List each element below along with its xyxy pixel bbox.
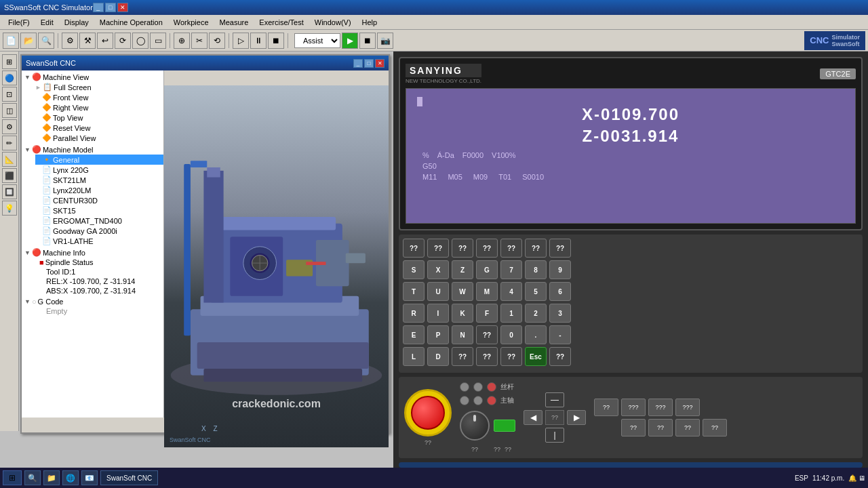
key-fn-r6d[interactable]: ?? [549, 347, 571, 366]
jog-center[interactable]: ?? [545, 410, 564, 425]
key-2[interactable]: 2 [525, 304, 547, 323]
tree-spindle-status[interactable]: ■ Spindle Status [35, 258, 163, 267]
key-fn7[interactable]: ?? [549, 239, 571, 258]
tree-skt15[interactable]: 📄 SKT15 [35, 205, 163, 216]
tree-ergomat[interactable]: 📄 ERGOMAT_TND400 [35, 216, 163, 226]
key-fn-r6b[interactable]: ?? [476, 347, 498, 366]
tb-btn7[interactable]: ⊕ [174, 33, 190, 49]
side-icon-1[interactable]: ⊞ [2, 54, 17, 69]
tb-camera[interactable]: 📷 [377, 33, 393, 49]
jog-minus-button[interactable]: — [545, 392, 564, 407]
tree-parallel-view[interactable]: 🔶 Parallel View [35, 133, 163, 143]
side-icon-9[interactable]: 🔲 [2, 184, 17, 199]
rb-btn2[interactable]: ??? [621, 399, 646, 416]
estop-button[interactable] [411, 396, 445, 430]
tree-goodway[interactable]: 📄 Goodway GA 2000i [35, 226, 163, 236]
tb-btn2[interactable]: ⚒ [79, 33, 96, 49]
tree-machine-info-root[interactable]: ▼ 🔴 Machine Info [22, 247, 163, 258]
taskbar-edge[interactable]: 🌐 [62, 470, 79, 485]
minimize-button[interactable]: _ [93, 3, 104, 12]
key-fn2[interactable]: ?? [427, 239, 449, 258]
tree-vr1[interactable]: 📄 VR1-LATHE [35, 236, 163, 246]
key-k[interactable]: K [452, 304, 473, 323]
key-g[interactable]: G [476, 260, 498, 279]
side-icon-7[interactable]: 📐 [2, 152, 17, 167]
rb-btn7[interactable]: ?? [648, 419, 673, 436]
key-4[interactable]: 4 [500, 282, 522, 301]
tree-reset-view[interactable]: 🔶 Reset View [35, 123, 163, 133]
key-n[interactable]: N [452, 325, 473, 344]
key-p[interactable]: P [427, 325, 449, 344]
side-icon-10[interactable]: 💡 [2, 201, 17, 216]
tb-btn10[interactable]: ▷ [233, 33, 249, 49]
tree-lynx220g[interactable]: 📄 Lynx 220G [35, 165, 163, 175]
side-icon-2[interactable]: 🔵 [2, 70, 17, 85]
key-x[interactable]: X [427, 260, 449, 279]
key-minus[interactable]: - [549, 325, 571, 344]
start-button[interactable]: ⊞ [3, 470, 22, 485]
cnc-maximize[interactable]: □ [364, 59, 374, 68]
key-f[interactable]: F [476, 304, 498, 323]
key-l[interactable]: L [403, 347, 425, 366]
rb-btn9[interactable]: ?? [703, 419, 727, 436]
tree-rel-coords[interactable]: REL:X -109.700, Z -31.914 [35, 277, 163, 286]
rb-btn1[interactable]: ?? [594, 399, 618, 416]
rb-btn8[interactable]: ?? [675, 419, 700, 436]
menu-edit[interactable]: Edit [35, 17, 59, 28]
tb-btn3[interactable]: ↩ [97, 33, 113, 49]
side-icon-8[interactable]: ⬛ [2, 168, 17, 183]
tree-centur30d[interactable]: 📄 CENTUR30D [35, 195, 163, 205]
key-i[interactable]: I [427, 304, 449, 323]
tree-skt21lm[interactable]: 📄 SKT21LM [35, 175, 163, 185]
tree-machine-view[interactable]: ▼ 🔴 Machine View [22, 72, 163, 82]
maximize-button[interactable]: □ [105, 3, 116, 12]
tb-new[interactable]: 📄 [3, 33, 19, 49]
key-fn-r6a[interactable]: ?? [452, 347, 473, 366]
key-9[interactable]: 9 [549, 260, 571, 279]
key-fn3[interactable]: ?? [452, 239, 473, 258]
key-z[interactable]: Z [452, 260, 473, 279]
rb-btn3[interactable]: ??? [648, 399, 673, 416]
tb-play[interactable]: ▶ [342, 33, 358, 49]
key-m[interactable]: M [476, 282, 498, 301]
menu-window[interactable]: Window(V) [309, 17, 357, 28]
side-icon-3[interactable]: ⊡ [2, 87, 17, 102]
tree-full-screen[interactable]: ► 📋 Full Screen [35, 82, 163, 92]
jog-plus-button[interactable]: | [545, 428, 564, 443]
tb-btn8[interactable]: ✂ [191, 33, 208, 49]
key-0[interactable]: 0 [500, 325, 522, 344]
menu-help[interactable]: Help [357, 17, 383, 28]
tree-front-view[interactable]: 🔶 Front View [35, 92, 163, 102]
tree-machine-model-root[interactable]: ▼ 🔴 Machine Model [22, 144, 163, 155]
key-fn5[interactable]: ?? [500, 239, 522, 258]
side-icon-4[interactable]: ◫ [2, 103, 17, 118]
side-icon-6[interactable]: ✏ [2, 136, 17, 150]
rb-btn4[interactable]: ??? [675, 399, 700, 416]
key-fn-r5[interactable]: ?? [476, 325, 498, 344]
key-esc[interactable]: Esc [525, 347, 547, 366]
tb-btn12[interactable]: ⏹ [268, 33, 284, 49]
key-dot[interactable]: . [525, 325, 547, 344]
cnc-minimize[interactable]: _ [353, 59, 363, 68]
key-3[interactable]: 3 [549, 304, 571, 323]
tb-btn4[interactable]: ⟳ [115, 33, 131, 49]
key-5[interactable]: 5 [525, 282, 547, 301]
taskbar-search[interactable]: 🔍 [24, 470, 41, 485]
tb-stop[interactable]: ⏹ [359, 33, 376, 49]
menu-workpiece[interactable]: Workpiece [168, 17, 214, 28]
tb-search[interactable]: 🔍 [38, 33, 54, 49]
side-icon-5[interactable]: ⚙ [2, 119, 17, 134]
rb-btn6[interactable]: ?? [621, 419, 646, 436]
key-u[interactable]: U [427, 282, 449, 301]
tb-btn5[interactable]: ◯ [132, 33, 149, 49]
assist-select[interactable]: Assist [294, 33, 340, 48]
menu-display[interactable]: Display [59, 17, 94, 28]
menu-machine-operation[interactable]: Machine Operation [94, 17, 168, 28]
tree-top-view[interactable]: 🔶 Top View [35, 113, 163, 123]
taskbar-mail[interactable]: 📧 [81, 470, 98, 485]
tree-lynx220lm[interactable]: 📄 Lynx220LM [35, 185, 163, 195]
key-t[interactable]: T [403, 282, 425, 301]
tree-general[interactable]: 🔸 General [35, 155, 163, 165]
key-fn6[interactable]: ?? [525, 239, 547, 258]
cnc-close[interactable]: ✕ [375, 59, 384, 68]
